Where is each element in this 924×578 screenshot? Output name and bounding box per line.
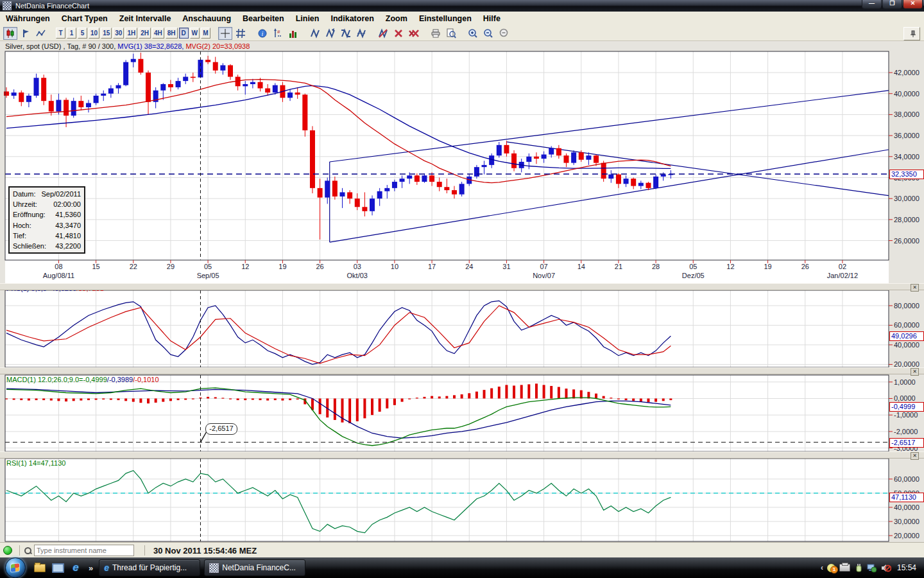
menu-item-einstellungen[interactable]: Einstellungen xyxy=(413,13,477,24)
trendline-channel-button[interactable] xyxy=(354,27,368,40)
close-panel-icon[interactable]: ✕ xyxy=(911,284,919,292)
interval-m-button[interactable]: M xyxy=(201,28,210,39)
svg-text:1,0000: 1,0000 xyxy=(894,378,916,386)
macd-annotation-bubble: -2,6517 xyxy=(205,423,237,435)
menu-item-zoom[interactable]: Zoom xyxy=(380,13,413,24)
svg-text:19: 19 xyxy=(278,263,286,270)
connection-status-icon xyxy=(3,546,12,555)
zoom-in-button[interactable] xyxy=(466,27,480,40)
interval-1h-button[interactable]: 1H xyxy=(125,28,137,39)
chart-type-bars-button[interactable] xyxy=(19,27,33,40)
restore-button[interactable]: ❐ xyxy=(882,0,902,9)
edit-line-button[interactable] xyxy=(376,27,390,40)
interval-10-button[interactable]: 10 xyxy=(89,28,99,39)
menu-item-währungen[interactable]: Währungen xyxy=(0,13,56,24)
delete-line-button[interactable] xyxy=(391,27,406,40)
close-panel-icon[interactable]: ✕ xyxy=(911,452,919,460)
title-bar: NetDania FinanceChart — ❐ ✕ xyxy=(0,0,924,12)
interval-t-button[interactable]: T xyxy=(56,28,65,39)
volume-muted-tray-icon[interactable] xyxy=(881,563,891,573)
power-plug-tray-icon[interactable] xyxy=(854,563,863,573)
tooltip-low-label: Tief: xyxy=(13,231,26,241)
splitter-macd-rsi[interactable]: ✕ xyxy=(0,451,924,459)
zoom-reset-button[interactable] xyxy=(497,27,511,40)
printer-tray-icon[interactable] xyxy=(839,564,850,572)
app-icon xyxy=(3,1,12,10)
svg-text:22: 22 xyxy=(130,263,137,270)
close-panel-icon[interactable]: ✕ xyxy=(911,368,919,376)
svg-text:31: 31 xyxy=(502,263,510,270)
svg-text:26,0000: 26,0000 xyxy=(894,237,920,245)
splitter-pks-macd[interactable]: ✕ xyxy=(0,367,924,374)
svg-text:80,0000: 80,0000 xyxy=(894,302,920,310)
show-desktop-icon[interactable] xyxy=(51,561,64,574)
tray-expand-chevron[interactable]: ‹ xyxy=(821,563,823,572)
svg-text:Jan/02/12: Jan/02/12 xyxy=(827,272,858,279)
volume-button[interactable] xyxy=(286,27,300,40)
interval-2h-button[interactable]: 2H xyxy=(139,28,151,39)
tooltip-open-value: 41,5360 xyxy=(55,209,81,220)
price-axis-value-highlight: 32,3350 xyxy=(889,170,924,179)
quicklaunch-overflow-chevron[interactable]: » xyxy=(89,563,93,573)
trendline-button[interactable] xyxy=(308,27,322,40)
ohlc-tooltip: Datum:Sep/02/2011 Uhrzeit:02:00:00 Eröff… xyxy=(8,186,85,254)
pin-panel-button[interactable] xyxy=(903,27,920,40)
svg-text:15: 15 xyxy=(92,263,99,270)
menu-item-anschauung[interactable]: Anschauung xyxy=(176,13,237,24)
svg-text:30,0000: 30,0000 xyxy=(894,518,920,525)
print-button[interactable] xyxy=(429,27,443,40)
interval-8h-button[interactable]: 8H xyxy=(166,28,178,39)
interval-d-button[interactable]: D xyxy=(179,28,189,39)
minimize-button[interactable]: — xyxy=(862,0,882,9)
rsi-indicator-label: RSI(1) 14=47,1130 xyxy=(6,459,65,467)
menu-item-bearbeiten[interactable]: Bearbeiten xyxy=(237,13,290,24)
internet-explorer-icon: e xyxy=(104,563,109,572)
svg-text:26: 26 xyxy=(316,263,323,270)
instrument-search-input[interactable] xyxy=(34,545,134,556)
quicklaunch-folder-icon[interactable] xyxy=(33,561,46,574)
zoom-out-button[interactable] xyxy=(481,27,495,40)
menu-item-linien[interactable]: Linien xyxy=(290,13,325,24)
trendline-ticks-button[interactable] xyxy=(339,27,353,40)
svg-text:i: i xyxy=(262,30,264,37)
svg-text:Nov/07: Nov/07 xyxy=(533,272,555,279)
interval-5-button[interactable]: 5 xyxy=(78,28,87,39)
interval-15-button[interactable]: 15 xyxy=(101,28,112,39)
divider xyxy=(19,545,20,556)
menu-item-chart-typen[interactable]: Chart Typen xyxy=(56,13,114,24)
svg-text:Okt/03: Okt/03 xyxy=(347,272,368,279)
splitter-main-pks[interactable]: ✕ xyxy=(0,283,924,290)
menu-item-hilfe[interactable]: Hilfe xyxy=(477,13,506,24)
interval-1-button[interactable]: 1 xyxy=(67,28,76,39)
print-preview-button[interactable] xyxy=(444,27,458,40)
start-button[interactable] xyxy=(5,557,26,578)
taskbar-window-1[interactable]: eThread für Papiertig... xyxy=(99,559,200,576)
network-tray-icon[interactable] xyxy=(867,563,877,573)
svg-text:40,0000: 40,0000 xyxy=(894,341,920,349)
internet-explorer-icon[interactable]: e xyxy=(69,561,82,574)
measure-button[interactable]: # xyxy=(271,27,285,40)
svg-text:10: 10 xyxy=(391,263,398,270)
crosshair-button[interactable] xyxy=(218,27,232,40)
info-button[interactable]: i xyxy=(255,27,270,40)
svg-text:40,0000: 40,0000 xyxy=(894,90,920,98)
chart-type-candlestick-button[interactable] xyxy=(3,27,17,40)
menu-item-indikatoren[interactable]: Indikatoren xyxy=(325,13,379,24)
interval-30-button[interactable]: 30 xyxy=(113,28,124,39)
tooltip-time-label: Uhrzeit: xyxy=(13,199,37,209)
menu-item-zeit-intervalle[interactable]: Zeit Intervalle xyxy=(114,13,177,24)
toolbar: T151015301H2H4H8HDWMi# xyxy=(0,26,924,41)
chart-type-line-button[interactable] xyxy=(34,27,48,40)
svg-text:28: 28 xyxy=(652,263,660,270)
taskbar-window-2[interactable]: NetDania FinanceC... xyxy=(204,559,305,576)
close-button[interactable]: ✕ xyxy=(903,0,923,9)
updates-tray-icon[interactable]: 1 xyxy=(827,564,835,572)
delete-all-lines-button[interactable] xyxy=(407,27,421,40)
interval-w-button[interactable]: W xyxy=(190,28,200,39)
grid-button[interactable] xyxy=(234,27,248,40)
timestamp: 30 Nov 2011 15:54:46 MEZ xyxy=(153,546,257,556)
interval-4h-button[interactable]: 4H xyxy=(152,28,164,39)
svg-text:60,0000: 60,0000 xyxy=(894,475,920,483)
svg-text:36,0000: 36,0000 xyxy=(894,132,920,139)
trendline-arrow-button[interactable] xyxy=(323,27,338,40)
